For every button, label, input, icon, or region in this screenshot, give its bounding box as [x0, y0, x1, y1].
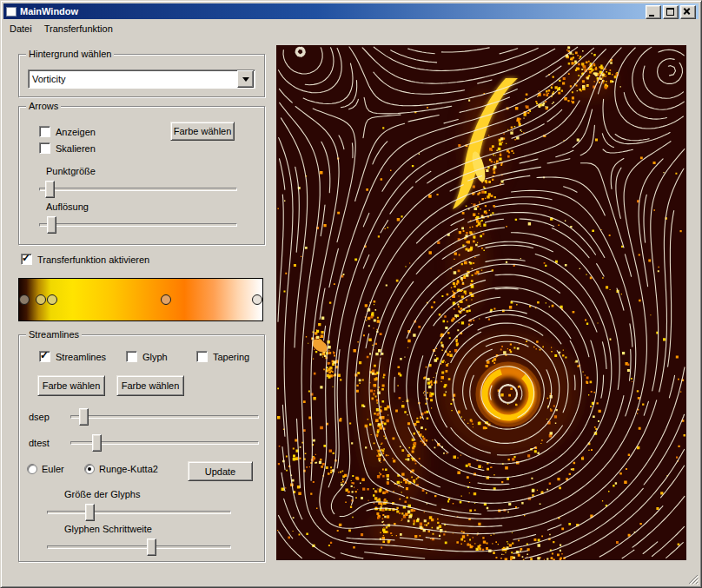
checkbox-tapering[interactable]: ✓ Tapering	[196, 351, 249, 362]
window-icon	[6, 7, 17, 17]
checkbox-box: ✓	[196, 351, 208, 362]
dtest-slider[interactable]	[70, 434, 259, 452]
background-combobox-value: Vorticity	[29, 74, 237, 84]
title-bar[interactable]: MainWindow	[3, 3, 699, 19]
group-arrows: Arrows ✓ Anzeigen ✓ Skalieren Farbe wähl…	[18, 106, 265, 245]
check-icon: ✓	[22, 252, 30, 264]
vorticity-visualization	[276, 45, 686, 560]
maximize-icon	[664, 6, 678, 18]
dtest-label: dtest	[29, 438, 50, 449]
transfer-control-point[interactable]	[252, 294, 262, 305]
background-combobox-dropdown-button[interactable]	[237, 70, 254, 88]
radio-circle	[84, 464, 95, 474]
radio-circle	[27, 464, 37, 474]
checkbox-box: ✓	[39, 351, 50, 362]
maximize-button[interactable]	[663, 5, 679, 19]
transfer-control-point[interactable]	[36, 294, 46, 305]
slider-handle[interactable]	[47, 216, 56, 234]
glyph-step-slider[interactable]	[47, 538, 231, 556]
close-button[interactable]	[680, 5, 696, 19]
menu-item-datei[interactable]: Datei	[3, 21, 38, 36]
check-icon: ✓	[40, 349, 49, 361]
slider-groove[interactable]	[39, 223, 237, 227]
aufloesung-slider[interactable]	[39, 216, 237, 234]
slider-groove[interactable]	[70, 415, 259, 419]
slider-handle[interactable]	[45, 181, 55, 198]
arrows-color-button[interactable]: Farbe wählen	[170, 122, 235, 141]
menu-item-transferfunktion[interactable]: Transferfunktion	[38, 21, 119, 36]
chevron-down-icon	[242, 77, 249, 82]
dsep-label: dsep	[29, 412, 50, 423]
slider-groove[interactable]	[39, 188, 237, 191]
radio-euler[interactable]: Euler	[27, 464, 64, 474]
checkbox-transferfunktion-label: Transferfunktion aktivieren	[37, 254, 149, 265]
minimize-button[interactable]	[646, 5, 661, 19]
checkbox-transferfunktion[interactable]: ✓ Transferfunktion aktivieren	[21, 254, 149, 265]
radio-runge-kutta2[interactable]: Runge-Kutta2	[84, 464, 158, 474]
slider-handle[interactable]	[147, 538, 156, 556]
glyph-color-button[interactable]: Farbe wählen	[116, 375, 184, 396]
checkbox-box: ✓	[126, 351, 137, 362]
checkbox-streamlines[interactable]: ✓ Streamlines	[39, 351, 106, 362]
aufloesung-label: Auflösung	[46, 202, 89, 213]
background-combobox[interactable]: Vorticity	[28, 69, 255, 89]
resize-grip-icon[interactable]	[686, 572, 699, 585]
slider-handle[interactable]	[92, 434, 102, 452]
group-background-title: Hintergrund wählen	[26, 49, 114, 60]
glyph-size-slider[interactable]	[47, 504, 231, 521]
checkbox-box: ✓	[39, 142, 50, 154]
slider-groove[interactable]	[47, 511, 231, 514]
glyph-step-label: Glyphen Schrittweite	[64, 524, 152, 535]
radio-runge-kutta2-label: Runge-Kutta2	[99, 464, 158, 474]
checkbox-anzeigen-label: Anzeigen	[56, 127, 96, 137]
checkbox-glyph[interactable]: ✓ Glyph	[126, 351, 168, 362]
punktgroesse-label: Punktgröße	[46, 166, 96, 177]
punktgroesse-slider[interactable]	[39, 181, 237, 198]
checkbox-box: ✓	[21, 254, 32, 265]
slider-groove[interactable]	[47, 545, 231, 549]
checkbox-skalieren-label: Skalieren	[56, 143, 96, 154]
update-button[interactable]: Update	[188, 461, 253, 481]
checkbox-box: ✓	[39, 126, 50, 137]
transfer-function-gradient[interactable]	[18, 278, 263, 321]
menu-bar: Datei Transferfunktion	[3, 20, 699, 36]
slider-handle[interactable]	[85, 504, 95, 521]
checkbox-skalieren[interactable]: ✓ Skalieren	[39, 142, 96, 154]
group-streamlines: Streamlines ✓ Streamlines ✓ Glyph ✓ Tape…	[18, 334, 265, 562]
dsep-slider[interactable]	[70, 408, 259, 426]
streamline-color-button[interactable]: Farbe wählen	[37, 375, 105, 396]
checkbox-tapering-label: Tapering	[213, 352, 249, 362]
checkbox-anzeigen[interactable]: ✓ Anzeigen	[39, 126, 96, 137]
transfer-control-point[interactable]	[19, 294, 30, 305]
transfer-control-point[interactable]	[161, 294, 171, 305]
window-title: MainWindow	[20, 6, 78, 17]
glyph-size-label: Größe der Glyphs	[64, 489, 140, 500]
checkbox-glyph-label: Glyph	[142, 352, 168, 362]
close-icon	[681, 6, 695, 18]
slider-handle[interactable]	[79, 408, 89, 426]
checkbox-streamlines-label: Streamlines	[56, 352, 106, 362]
group-arrows-title: Arrows	[26, 101, 61, 112]
transfer-control-point[interactable]	[47, 294, 57, 305]
group-background: Hintergrund wählen Vorticity	[18, 54, 265, 97]
group-streamlines-title: Streamlines	[26, 329, 82, 340]
radio-euler-label: Euler	[42, 464, 64, 474]
